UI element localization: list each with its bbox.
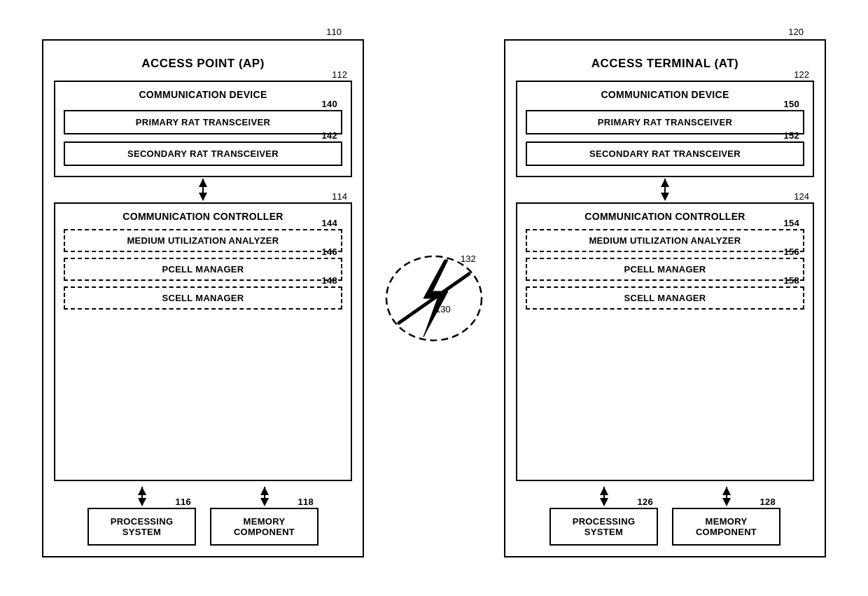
ap-scell-box: 148 SCELL MANAGER xyxy=(64,286,342,310)
access-point-box: 110 ACCESS POINT (AP) 112 COMMUNICATION … xyxy=(42,39,364,557)
ap-proc-ref: 116 xyxy=(175,497,191,507)
svg-marker-18 xyxy=(600,498,608,506)
at-comm-controller-ref: 124 xyxy=(794,191,809,202)
ap-primary-transceiver: 140 PRIMARY RAT TRANSCEIVER xyxy=(64,110,342,134)
ap-pcell-ref: 146 xyxy=(321,247,337,257)
at-secondary-ref: 152 xyxy=(783,130,799,141)
svg-marker-1 xyxy=(199,193,207,201)
svg-text:130: 130 xyxy=(435,304,451,314)
svg-marker-16 xyxy=(661,179,669,187)
at-mem-arrow-svg xyxy=(716,487,737,508)
ap-processing-arrow xyxy=(132,487,153,508)
ap-comm-device-ref: 112 xyxy=(332,69,347,80)
ap-medium-ref: 144 xyxy=(321,218,337,228)
at-primary-transceiver: 150 PRIMARY RAT TRANSCEIVER xyxy=(526,110,804,134)
svg-marker-21 xyxy=(722,498,731,506)
ap-scell-ref: 148 xyxy=(321,275,337,286)
at-scell-label: SCELL MANAGER xyxy=(624,293,706,303)
svg-marker-5 xyxy=(138,487,146,495)
at-medium-utilization-box: 154 MEDIUM UTILIZATION ANALYZER xyxy=(526,229,804,252)
ap-secondary-label: SECONDARY RAT TRANSCEIVER xyxy=(127,148,279,159)
at-arrow-down xyxy=(516,177,814,202)
at-comm-controller-label: COMMUNICATION CONTROLLER xyxy=(526,211,804,222)
at-secondary-transceiver: 152 SECONDARY RAT TRANSCEIVER xyxy=(526,141,804,166)
at-processing-arrow xyxy=(594,487,615,508)
at-comm-device-ref: 122 xyxy=(794,69,809,80)
svg-marker-22 xyxy=(722,487,731,495)
at-bottom-section: 126 PROCESSING SYSTEM 128 MEMORY COMPONE… xyxy=(516,487,814,546)
ap-medium-utilization-box: 144 MEDIUM UTILIZATION ANALYZER xyxy=(64,229,342,252)
ap-comm-controller-label: COMMUNICATION CONTROLLER xyxy=(64,211,342,222)
ap-proc-label: PROCESSING SYSTEM xyxy=(111,516,174,537)
at-memory-box: 128 MEMORY COMPONENT xyxy=(672,508,780,546)
at-primary-ref: 150 xyxy=(783,99,799,109)
ap-title: ACCESS POINT (AP) xyxy=(54,51,352,81)
at-secondary-label: SECONDARY RAT TRANSCEIVER xyxy=(589,148,741,159)
ap-primary-ref: 140 xyxy=(321,99,337,109)
wireless-symbol: 132 130 xyxy=(378,242,490,354)
ap-mem-arrow-svg xyxy=(254,487,275,508)
at-medium-label: MEDIUM UTILIZATION ANALYZER xyxy=(589,235,741,246)
at-comm-controller-box: 124 COMMUNICATION CONTROLLER 154 MEDIUM … xyxy=(516,202,814,481)
at-pcell-ref: 156 xyxy=(783,247,799,257)
wireless-svg: 132 130 xyxy=(378,242,490,354)
at-proc-ref: 126 xyxy=(637,497,653,507)
wireless-section: 132 130 xyxy=(371,242,497,354)
ap-processing-col: 116 PROCESSING SYSTEM xyxy=(88,487,196,546)
at-ref-num: 120 xyxy=(788,27,804,37)
ap-comm-controller-box: 114 COMMUNICATION CONTROLLER 144 MEDIUM … xyxy=(54,202,352,481)
ap-comm-device-box: 112 COMMUNICATION DEVICE 140 PRIMARY RAT… xyxy=(54,81,352,177)
at-memory-col: 128 MEMORY COMPONENT xyxy=(672,487,780,546)
svg-marker-15 xyxy=(661,193,669,201)
ap-mem-ref: 118 xyxy=(298,497,314,507)
ap-proc-arrow-svg xyxy=(132,487,153,508)
at-mem-ref: 128 xyxy=(760,497,776,507)
ap-memory-col: 118 MEMORY COMPONENT xyxy=(210,487,318,546)
at-title: ACCESS TERMINAL (AT) xyxy=(516,51,814,81)
svg-marker-8 xyxy=(260,487,269,495)
access-terminal-box: 120 ACCESS TERMINAL (AT) 122 COMMUNICATI… xyxy=(504,39,826,557)
ap-arrow-svg xyxy=(192,177,214,202)
ap-medium-label: MEDIUM UTILIZATION ANALYZER xyxy=(127,235,279,246)
ap-processing-box: 116 PROCESSING SYSTEM xyxy=(88,508,196,546)
svg-marker-7 xyxy=(260,498,269,506)
at-pcell-box: 156 PCELL MANAGER xyxy=(526,258,804,281)
at-comm-device-label: COMMUNICATION DEVICE xyxy=(526,89,804,100)
at-scell-box: 158 SCELL MANAGER xyxy=(526,286,804,310)
ap-secondary-ref: 142 xyxy=(321,130,337,141)
svg-marker-19 xyxy=(600,487,608,495)
ap-scell-label: SCELL MANAGER xyxy=(162,293,244,303)
svg-text:132: 132 xyxy=(461,254,476,264)
ap-comm-device-label: COMMUNICATION DEVICE xyxy=(64,89,342,100)
ap-comm-controller-ref: 114 xyxy=(332,191,347,202)
ap-bottom-section: 116 PROCESSING SYSTEM 118 MEMORY COMPONE… xyxy=(54,487,352,546)
ap-ref-num: 110 xyxy=(326,27,342,37)
at-arrow-svg xyxy=(654,177,676,202)
ap-pcell-box: 146 PCELL MANAGER xyxy=(64,258,342,281)
ap-pcell-label: PCELL MANAGER xyxy=(162,264,244,275)
ap-memory-box: 118 MEMORY COMPONENT xyxy=(210,508,318,546)
ap-arrow-down xyxy=(54,177,352,202)
at-comm-device-box: 122 COMMUNICATION DEVICE 150 PRIMARY RAT… xyxy=(516,81,814,177)
at-proc-label: PROCESSING SYSTEM xyxy=(573,516,636,537)
at-scell-ref: 158 xyxy=(783,275,799,286)
svg-marker-4 xyxy=(138,498,146,506)
ap-secondary-transceiver: 142 SECONDARY RAT TRANSCEIVER xyxy=(64,141,342,166)
at-pcell-label: PCELL MANAGER xyxy=(624,264,706,275)
at-processing-col: 126 PROCESSING SYSTEM xyxy=(550,487,658,546)
at-mem-label: MEMORY COMPONENT xyxy=(696,516,757,537)
at-primary-label: PRIMARY RAT TRANSCEIVER xyxy=(598,117,732,127)
at-medium-ref: 154 xyxy=(783,218,799,228)
svg-marker-2 xyxy=(199,179,207,187)
at-proc-arrow-svg xyxy=(594,487,615,508)
diagram-container: 110 ACCESS POINT (AP) 112 COMMUNICATION … xyxy=(14,11,854,585)
ap-primary-label: PRIMARY RAT TRANSCEIVER xyxy=(136,117,270,127)
at-memory-arrow xyxy=(716,487,737,508)
at-processing-box: 126 PROCESSING SYSTEM xyxy=(550,508,658,546)
ap-mem-label: MEMORY COMPONENT xyxy=(234,516,295,537)
ap-memory-arrow xyxy=(254,487,275,508)
